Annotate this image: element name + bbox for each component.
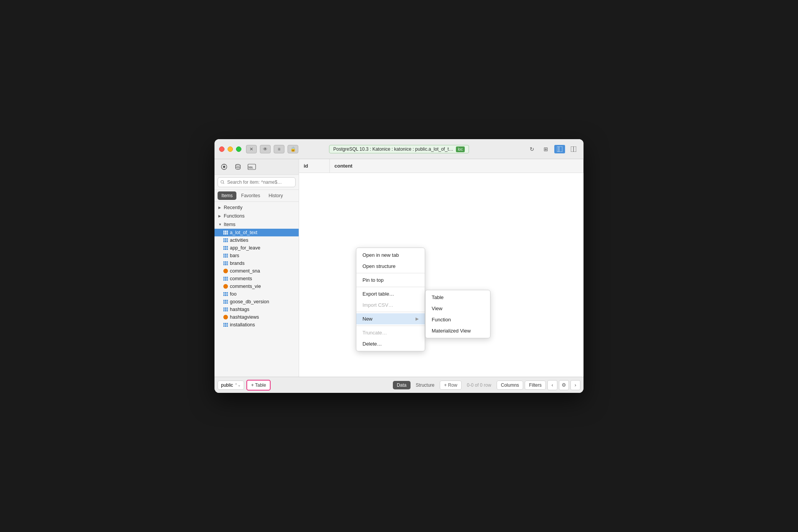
ctx-export-table[interactable]: Export table… (356, 288, 425, 299)
sidebar: SQL Items Favorites History ▶ Recently (214, 159, 299, 377)
submenu-view[interactable]: View (426, 303, 490, 314)
ctx-delete-label: Delete… (362, 341, 382, 347)
columns-button[interactable]: Columns (497, 381, 523, 390)
bottom-bar: public ⌃⌄ + Table Data Structure + Row 0… (214, 377, 584, 393)
close-button[interactable] (219, 146, 224, 152)
layout-split-icon[interactable] (568, 145, 579, 153)
add-row-button[interactable]: + Row (440, 381, 461, 390)
main-panel: id content (299, 159, 584, 377)
tree-item-installations[interactable]: installations (214, 321, 299, 329)
item-label-a-lot-of-text: a_lot_of_text (230, 230, 258, 235)
item-label-goose-db-version: goose_db_version (230, 299, 269, 304)
tree-item-hashtagviews[interactable]: hashtagviews (214, 313, 299, 321)
next-page-icon[interactable]: › (570, 380, 580, 390)
table-icon-comments (223, 276, 228, 281)
sidebar-tab-bar: Items Favorites History (214, 190, 299, 202)
tab-items[interactable]: Items (218, 191, 236, 200)
tree-item-a-lot-of-text[interactable]: a_lot_of_text (214, 229, 299, 236)
section-functions-header[interactable]: ▶ Functions (214, 212, 299, 220)
ctx-truncate[interactable]: Truncate… (356, 327, 425, 338)
tree-item-goose-db-version[interactable]: goose_db_version (214, 298, 299, 306)
ctx-pin-to-top[interactable]: Pin to top (356, 274, 425, 286)
submenu-function-label: Function (432, 317, 451, 323)
ctx-open-structure-label: Open structure (362, 263, 396, 269)
tab-data[interactable]: Data (393, 381, 410, 389)
ctx-import-csv[interactable]: Import CSV… (356, 299, 425, 311)
table-body (299, 173, 584, 377)
ctx-divider-4 (356, 326, 425, 326)
loc-badge: loc (456, 146, 465, 152)
section-items-label: Items (224, 222, 236, 227)
lock-icon[interactable]: 🔒 (288, 145, 298, 153)
add-table-button[interactable]: + Table (246, 380, 271, 391)
table-header: id content (299, 159, 584, 173)
submenu-materialized-view[interactable]: Materialized View (426, 325, 490, 336)
database-icon[interactable] (232, 162, 244, 171)
tree-item-comments-vie[interactable]: comments_vie (214, 283, 299, 290)
table-icon-activities (223, 238, 228, 243)
eye-icon[interactable]: 👁 (260, 145, 271, 153)
table-icon-a-lot (223, 230, 228, 235)
title-bar-center: PostgreSQL 10.3 : Katonice : katonice : … (329, 145, 469, 153)
close-icon[interactable]: ✕ (246, 145, 257, 153)
refresh-icon[interactable]: ↻ (527, 145, 537, 153)
prev-page-icon[interactable]: ‹ (547, 380, 557, 390)
layout-active-icon[interactable] (554, 145, 565, 153)
search-input[interactable] (218, 177, 296, 187)
title-bar-right: ↻ ⊞ (527, 145, 579, 153)
table-icon-goose (223, 299, 228, 304)
tree-item-foo[interactable]: foo (214, 290, 299, 298)
table-icon-installations (223, 323, 228, 327)
ctx-open-new-tab-label: Open in new tab (362, 252, 399, 258)
tree-item-comments[interactable]: comments (214, 275, 299, 283)
tree-item-hashtags[interactable]: hashtags (214, 306, 299, 313)
tab-structure[interactable]: Structure (412, 381, 439, 389)
fullscreen-button[interactable] (236, 146, 241, 152)
ctx-open-structure[interactable]: Open structure (356, 261, 425, 272)
item-label-comments: comments (230, 276, 252, 281)
ctx-delete[interactable]: Delete… (356, 338, 425, 349)
ctx-new-arrow: ▶ (416, 316, 419, 321)
settings-icon[interactable]: ⚙ (559, 380, 569, 390)
svg-text:SQL: SQL (248, 166, 253, 169)
sql-icon[interactable]: SQL (246, 162, 258, 171)
arrow-functions: ▶ (218, 214, 222, 218)
section-recently-header[interactable]: ▶ Recently (214, 203, 299, 212)
tree-item-bars[interactable]: bars (214, 252, 299, 259)
add-table-label: + Table (251, 382, 266, 388)
table-icon-foo (223, 292, 228, 296)
submenu-function[interactable]: Function (426, 314, 490, 325)
minimize-button[interactable] (228, 146, 233, 152)
svg-rect-0 (557, 146, 562, 152)
item-label-foo: foo (230, 291, 236, 297)
view-icon-comments-vie (223, 284, 228, 289)
tree-item-comment-snap[interactable]: comment_sna (214, 267, 299, 275)
item-label-brands: brands (230, 261, 244, 266)
submenu-materialized-view-label: Materialized View (432, 328, 471, 334)
section-recently: ▶ Recently (214, 203, 299, 212)
grid-view-icon[interactable]: ⊞ (540, 145, 551, 153)
ctx-open-new-tab[interactable]: Open in new tab (356, 249, 425, 261)
title-bar-controls: ✕ 👁 ≡ 🔒 (246, 145, 298, 153)
section-functions: ▶ Functions (214, 212, 299, 220)
connection-label: PostgreSQL 10.3 : Katonice : katonice : … (329, 145, 469, 153)
tree-item-brands[interactable]: brands (214, 259, 299, 267)
section-items-header[interactable]: ▼ Items (214, 220, 299, 229)
submenu-view-label: View (432, 306, 442, 311)
table-icon-app-for-leave (223, 246, 228, 250)
list-icon[interactable]: ≡ (274, 145, 284, 153)
connection-icon[interactable] (218, 162, 230, 171)
tree-item-activities[interactable]: activities (214, 236, 299, 244)
ctx-new[interactable]: New ▶ (356, 313, 425, 324)
submenu-table[interactable]: Table (426, 292, 490, 303)
connection-text: PostgreSQL 10.3 : Katonice : katonice : … (333, 146, 453, 152)
schema-selector[interactable]: public ⌃⌄ (218, 381, 244, 390)
context-menu: Open in new tab Open structure Pin to to… (356, 248, 425, 351)
tab-history[interactable]: History (265, 191, 287, 200)
ctx-import-label: Import CSV… (362, 302, 393, 308)
ctx-pin-label: Pin to top (362, 277, 384, 283)
filters-button[interactable]: Filters (525, 381, 546, 390)
tab-favorites[interactable]: Favorites (237, 191, 264, 200)
tree-item-app-for-leave[interactable]: app_for_leave (214, 244, 299, 252)
item-label-hashtags: hashtags (230, 307, 249, 312)
